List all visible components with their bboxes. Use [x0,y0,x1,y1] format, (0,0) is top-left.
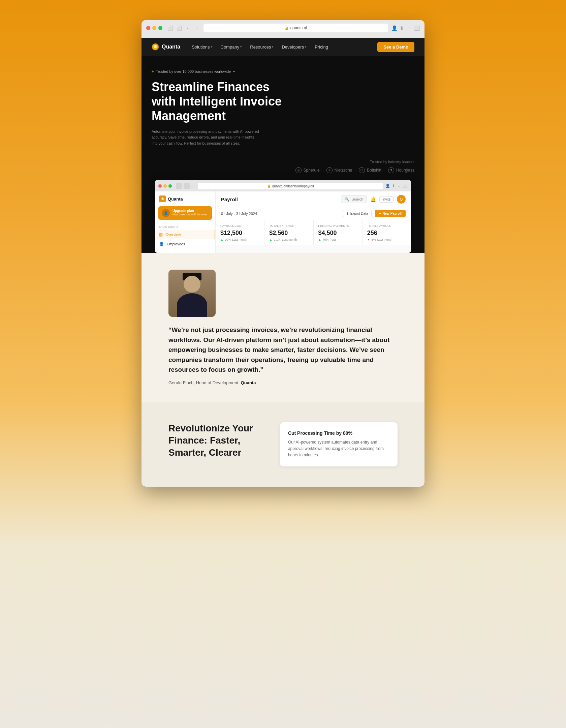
trusted-label: Trusted by industry leaders [152,160,414,164]
inner-close-btn[interactable] [158,184,162,188]
nav-company-label: Company [221,44,240,50]
address-bar[interactable]: 🔒 quanta.ai [203,24,388,32]
quote-company: Quanta [241,380,256,385]
profile-icon[interactable]: 👤 [391,25,397,31]
stat-change-3: ▼ 5% Last month [367,238,406,241]
payroll-header: Payroll 🔍 Search 🔔 Invite Q [216,191,411,207]
window-tile-icon[interactable]: ⬜ [176,25,183,31]
inner-maximize-btn[interactable] [168,184,172,188]
stat-label-0: Payroll Cost [220,224,259,228]
inner-share-icon[interactable]: ⬆ [392,184,395,189]
invite-button[interactable]: Invite [379,196,394,203]
demo-button[interactable]: See a Demo [377,42,414,52]
nav-solutions[interactable]: Solutions ▾ [192,44,212,50]
main-nav: ✳ Quanta Solutions ▾ Company ▾ Resources… [142,38,425,56]
stat-change-period-3: Last month [377,238,392,241]
hourglass-icon: ⧗ [388,167,394,173]
payroll-title: Payroll [221,196,338,202]
plus-icon-right: + [233,69,235,73]
inner-tabs-icon[interactable]: ⬜ [403,184,408,189]
user-avatar[interactable]: Q [397,195,406,204]
up-arrow-icon: ▲ [220,238,223,241]
back-arrow[interactable]: ‹ [185,25,191,31]
stat-label-3: Total Payroll [367,224,406,228]
inner-browser: ‹ › 🔒 quanta.ai/dashboard/payroll 👤 ⬆ ＋ [155,180,411,253]
search-box[interactable]: 🔍 Search [341,195,367,203]
new-payroll-label: New Payroll [382,212,402,215]
trusted-logo-nietzsche: ✳ Nietzsche [326,167,352,173]
stat-change-2: ▲ 40% Total [318,238,357,241]
plus-icon: + [152,69,154,73]
upgrade-subtitle: Your free trial willl be over [172,213,209,216]
sidebar-item-overview[interactable]: ▦ Overview [155,230,215,239]
export-button[interactable]: ⬆ Export Data [343,210,372,217]
bell-icon[interactable]: 🔔 [370,196,376,202]
new-payroll-button[interactable]: + New Payroll [375,210,406,217]
inner-fwd-btn[interactable]: › [194,183,196,189]
forward-arrow[interactable]: › [193,25,200,31]
feature-card-description: Our AI-powered system automates data ent… [288,439,389,459]
quote-avatar [168,270,216,317]
stat-change-pct-0: 20% [225,238,231,241]
quote-avatar-image [168,270,216,317]
nav-pricing[interactable]: Pricing [315,44,328,50]
trusted-logo-spherule: ◎ Spherule [295,167,320,173]
maximize-button[interactable] [158,26,162,30]
plus-icon: + [379,212,381,215]
trusted-section: Trusted by industry leaders ◎ Spherule ✳… [142,156,425,180]
nietzsche-label: Nietzsche [335,168,352,173]
stat-value-2: $4,500 [318,230,357,237]
stat-pending-payments: Pending Payments $4,500 ▲ 40% Total [314,220,362,245]
inner-profile-icon[interactable]: 👤 [385,184,390,189]
inner-address-bar[interactable]: 🔒 quanta.ai/dashboard/payroll [198,183,383,189]
employees-icon: 👤 [159,242,164,246]
stat-change-1: ▲ 0.1% Last month [269,238,308,241]
trusted-logos-row: ◎ Spherule ✳ Nietzsche ⬡ Boltshift ⧗ Hou… [152,167,414,173]
browser-chrome: ⬜ ⬜ ‹ › 🔒 quanta.ai 👤 ⬆ ＋ ⬜ [142,20,425,38]
share-icon[interactable]: ⬆ [400,25,404,31]
inner-back-btn[interactable]: ‹ [191,183,193,189]
nav-developers[interactable]: Developers ▾ [282,44,307,50]
inner-browser-chrome: ‹ › 🔒 quanta.ai/dashboard/payroll 👤 ⬆ ＋ [155,180,411,191]
inner-minimize-btn[interactable] [163,184,167,188]
upgrade-card[interactable]: 👤 Upgrade plan Your free trial willl be … [158,206,212,220]
stat-payroll-cost: Payroll Cost $12,500 ▲ 20% Last month [216,220,264,245]
date-range: 01 July - 31 July 2024 [221,212,339,216]
bottom-right: Cut Processing Time by 80% Our AI-powere… [280,422,398,467]
minimize-button[interactable] [152,26,156,30]
upgrade-title: Upgrade plan [172,209,209,213]
bottom-left: Revolutionize Your Finance: Faster, Smar… [168,422,266,459]
payroll-subheader: 01 July - 31 July 2024 ⬆ Export Data + N… [216,207,411,220]
nav-logo[interactable]: ✳ Quanta [152,43,180,51]
stats-grid: Payroll Cost $12,500 ▲ 20% Last month [216,220,411,245]
hero-title: Streamline Finances with Intelligent Inv… [152,80,293,123]
quote-attribution: Gerald Finch, Head of Development. Quant… [168,380,256,385]
stat-total-expense: Total Expense $2,560 ▲ 0.1% Last month [264,220,313,245]
bottom-title: Revolutionize Your Finance: Faster, Smar… [168,422,266,459]
trust-badge-text: Trusted by over 10,000 businesses worldw… [156,69,231,73]
back-button[interactable]: ⬜ [167,25,174,31]
upgrade-avatar: 👤 [162,209,170,217]
stat-label-1: Total Expense [269,224,308,228]
overview-icon: ▦ [159,232,163,237]
stat-change-pct-3: 5% [372,238,376,241]
inner-add-tab-icon[interactable]: ＋ [397,184,401,189]
new-tab-icon[interactable]: ＋ [407,25,411,31]
nav-company[interactable]: Company ▾ [221,44,242,50]
logo-text: Quanta [162,44,180,50]
sidebar-section-label: MAIN MENU [155,224,215,230]
export-label: Export Data [350,212,368,215]
tabs-icon[interactable]: ⬜ [414,25,420,31]
export-icon: ⬆ [346,212,349,215]
up-arrow-icon: ▲ [269,238,272,241]
stat-change-pct-2: 40% [322,238,328,241]
stat-value-0: $12,500 [220,230,259,237]
trust-badge: + Trusted by over 10,000 businesses worl… [152,69,414,73]
close-button[interactable] [146,26,150,30]
sidebar-item-employees[interactable]: 👤 Employees [155,239,215,249]
sidebar-employees-label: Employees [167,242,185,246]
nietzsche-icon: ✳ [326,167,333,173]
nav-resources[interactable]: Resources ▾ [250,44,274,50]
dashboard-preview-wrapper: ‹ › 🔒 quanta.ai/dashboard/payroll 👤 ⬆ ＋ [142,180,425,253]
sidebar-overview-label: Overview [165,233,181,237]
